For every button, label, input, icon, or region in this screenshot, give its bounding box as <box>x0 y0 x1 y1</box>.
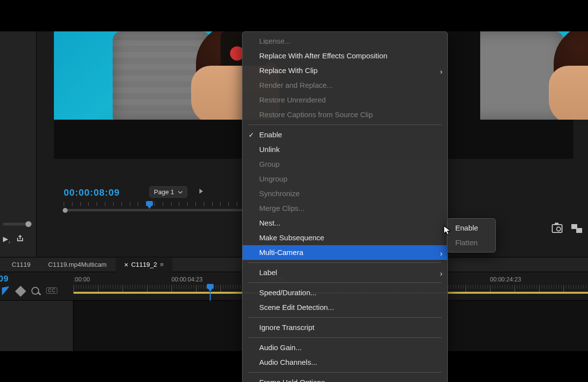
snap-icon[interactable] <box>2 286 10 295</box>
ruler-label: 00:00:24:23 <box>490 276 588 283</box>
mini-timeline-knob[interactable] <box>63 208 68 213</box>
multicamera-submenu[interactable]: EnableFlatten <box>447 218 496 253</box>
left-panel-slider[interactable] <box>3 223 32 226</box>
timeline-tab-active[interactable]: × C1119_2 ≡ <box>116 258 173 272</box>
close-icon[interactable]: × <box>124 261 128 269</box>
menu-item[interactable]: Frame Hold Options... <box>243 375 447 382</box>
menu-separator <box>248 125 441 125</box>
track-headers[interactable] <box>0 301 74 351</box>
menu-item[interactable]: Replace With After Effects Composition <box>243 49 447 63</box>
menu-item[interactable]: Replace With Clip› <box>243 63 447 78</box>
mini-playhead[interactable] <box>146 201 153 206</box>
captions-icon[interactable]: CC <box>46 287 57 294</box>
page-selector[interactable]: Page 1 <box>149 186 187 198</box>
menu-item: Merge Clips... <box>243 201 447 216</box>
program-timecode[interactable]: 00:00:08:09 <box>64 187 120 198</box>
check-icon: ✓ <box>248 129 254 140</box>
comparison-view-icon[interactable] <box>571 224 582 233</box>
menu-item[interactable]: Enable✓ <box>243 127 447 142</box>
tab-menu-icon[interactable]: ≡ <box>160 261 164 268</box>
timeline-toolbar: CC <box>2 286 57 295</box>
menu-item: Group <box>243 157 447 172</box>
menu-item[interactable]: Unlink <box>243 142 447 157</box>
clip-context-menu[interactable]: License...Replace With After Effects Com… <box>242 31 448 382</box>
menu-item[interactable]: Nest... <box>243 216 447 230</box>
menu-separator <box>248 282 441 283</box>
chevron-down-icon <box>178 190 183 195</box>
settings-icon[interactable] <box>31 287 39 295</box>
menu-item[interactable]: Ignore Transcript <box>243 320 447 335</box>
menu-item: Ungroup <box>243 172 447 186</box>
timeline-timecode[interactable]: 8:09 <box>0 274 9 284</box>
menu-item[interactable]: Make Subsequence <box>243 230 447 245</box>
snapshot-icon[interactable] <box>552 224 563 233</box>
chevron-right-icon: › <box>440 268 442 279</box>
ruler-label: :00:00 <box>74 276 172 283</box>
insert-play-icon[interactable]: ▶♪ <box>3 235 10 244</box>
step-forward-icon[interactable] <box>198 188 204 196</box>
menu-item: Synchronize <box>243 186 447 201</box>
letterbox-top <box>0 0 588 31</box>
menu-item[interactable]: Multi-Camera› <box>243 245 447 260</box>
menu-separator <box>248 372 441 373</box>
submenu-item: Flatten <box>447 235 495 250</box>
monitor-toolbar-right <box>552 224 582 233</box>
premiere-app: ▶♪ 00:00:08:09 Page 1 <box>0 31 588 351</box>
menu-separator <box>248 337 441 338</box>
menu-item: License... <box>243 34 447 49</box>
menu-item[interactable]: Label› <box>243 265 447 280</box>
page-selector-label: Page 1 <box>154 188 174 196</box>
chevron-right-icon: › <box>440 66 442 77</box>
menu-item: Render and Replace... <box>243 78 447 93</box>
menu-separator <box>248 262 441 263</box>
menu-item[interactable]: Scene Edit Detection... <box>243 300 447 315</box>
menu-separator <box>248 317 441 318</box>
marker-icon[interactable] <box>15 286 26 297</box>
video-preview-right <box>480 31 588 120</box>
submenu-item[interactable]: Enable <box>447 221 495 235</box>
export-icon[interactable] <box>16 235 24 244</box>
menu-item[interactable]: Audio Gain... <box>243 340 447 355</box>
menu-item: Restore Captions from Source Clip <box>243 107 447 122</box>
menu-item[interactable]: Audio Channels... <box>243 355 447 370</box>
timeline-playhead[interactable] <box>207 284 214 289</box>
menu-item[interactable]: Speed/Duration... <box>243 285 447 300</box>
chevron-right-icon: › <box>440 248 442 259</box>
menu-item: Restore Unrendered <box>243 93 447 107</box>
timeline-tab[interactable]: C1119.mp4Multicam <box>39 257 115 272</box>
timeline-tab[interactable]: C1119 <box>3 257 39 272</box>
